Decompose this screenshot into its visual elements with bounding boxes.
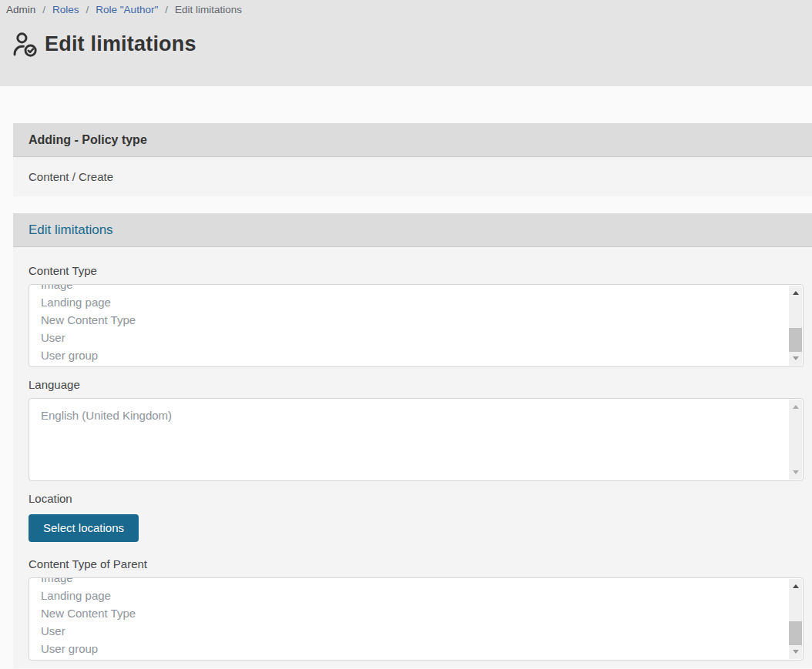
page-title-text: Edit limitations bbox=[45, 32, 196, 56]
listbox-option[interactable]: New Content Type bbox=[41, 311, 803, 329]
spacer bbox=[0, 196, 812, 213]
listbox-option[interactable]: Image bbox=[41, 284, 803, 293]
content-type-label: Content Type bbox=[29, 247, 804, 277]
content-type-listbox[interactable]: Image Landing page New Content Type User… bbox=[29, 284, 804, 367]
breadcrumb-link-role-author[interactable]: Role "Author" bbox=[96, 4, 158, 15]
language-options: English (United Kingdom) bbox=[29, 399, 803, 424]
listbox-option[interactable]: Image bbox=[41, 577, 803, 587]
scroll-up-arrow-icon[interactable] bbox=[793, 405, 799, 409]
scrollbar[interactable] bbox=[789, 286, 802, 366]
listbox-option[interactable]: User group bbox=[41, 640, 803, 657]
parent-content-type-label: Content Type of Parent bbox=[29, 542, 804, 570]
listbox-option[interactable]: User bbox=[41, 329, 803, 346]
listbox-option[interactable]: User bbox=[41, 622, 803, 640]
breadcrumb-item-current: Edit limitations bbox=[175, 4, 242, 15]
listbox-option[interactable]: New Content Type bbox=[41, 604, 803, 622]
breadcrumb: Admin / Roles / Role "Author" / Edit lim… bbox=[6, 4, 812, 15]
breadcrumb-link-roles[interactable]: Roles bbox=[52, 4, 79, 15]
policy-section-title: Adding - Policy type bbox=[29, 133, 147, 147]
policy-value: Content / Create bbox=[29, 170, 113, 183]
policy-section-header: Adding - Policy type bbox=[13, 123, 812, 157]
listbox-option[interactable]: Landing page bbox=[41, 293, 803, 311]
user-check-icon bbox=[12, 32, 38, 57]
policy-type-section: Adding - Policy type Content / Create bbox=[13, 123, 812, 196]
page-title: Edit limitations bbox=[12, 32, 812, 57]
scroll-down-arrow-icon[interactable] bbox=[793, 356, 799, 360]
limitations-section-body: Content Type Image Landing page New Cont… bbox=[13, 247, 812, 668]
scroll-down-arrow-icon[interactable] bbox=[793, 470, 799, 474]
edit-limitations-page: Admin / Roles / Role "Author" / Edit lim… bbox=[0, 0, 812, 668]
main-content: Adding - Policy type Content / Create Ed… bbox=[0, 86, 812, 668]
edit-limitations-section: Edit limitations Content Type Image Land… bbox=[13, 213, 812, 668]
limitations-section-title: Edit limitations bbox=[29, 222, 113, 238]
listbox-option[interactable]: User group bbox=[41, 346, 803, 364]
parent-content-type-options: Image Landing page New Content Type User… bbox=[29, 577, 803, 657]
breadcrumb-separator: / bbox=[165, 4, 168, 15]
scroll-up-arrow-icon[interactable] bbox=[793, 584, 799, 588]
parent-content-type-listbox[interactable]: Image Landing page New Content Type User… bbox=[29, 577, 804, 661]
content-type-options: Image Landing page New Content Type User… bbox=[29, 284, 803, 364]
breadcrumb-item-admin: Admin bbox=[6, 4, 35, 15]
breadcrumb-separator: / bbox=[86, 4, 89, 15]
language-listbox[interactable]: English (United Kingdom) bbox=[29, 398, 804, 481]
limitations-section-header: Edit limitations bbox=[13, 213, 812, 247]
scrollbar[interactable] bbox=[789, 579, 802, 659]
scrollbar[interactable] bbox=[789, 400, 802, 480]
scrollbar-thumb[interactable] bbox=[789, 328, 802, 352]
breadcrumb-separator: / bbox=[42, 4, 45, 15]
listbox-option[interactable]: Landing page bbox=[41, 587, 803, 604]
scroll-up-arrow-icon[interactable] bbox=[793, 291, 799, 295]
location-label: Location bbox=[29, 481, 804, 505]
listbox-option[interactable]: English (United Kingdom) bbox=[41, 406, 803, 424]
spacer bbox=[0, 86, 812, 123]
select-locations-button[interactable]: Select locations bbox=[29, 514, 139, 542]
language-label: Language bbox=[29, 367, 804, 391]
scrollbar-thumb[interactable] bbox=[789, 621, 802, 645]
policy-section-body: Content / Create bbox=[13, 157, 812, 196]
scroll-down-arrow-icon[interactable] bbox=[793, 650, 799, 654]
page-header: Admin / Roles / Role "Author" / Edit lim… bbox=[0, 0, 812, 86]
